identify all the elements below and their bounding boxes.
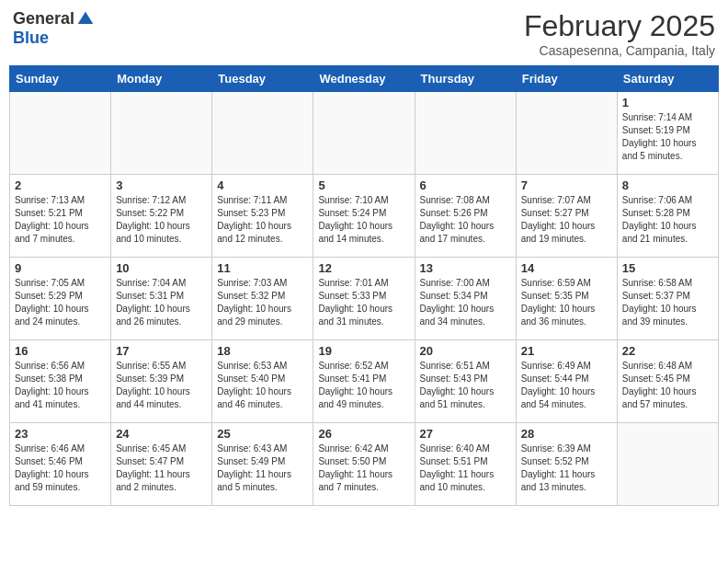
calendar-day-cell: 5Sunrise: 7:10 AM Sunset: 5:24 PM Daylig… bbox=[313, 175, 415, 258]
calendar-week-row: 16Sunrise: 6:56 AM Sunset: 5:38 PM Dayli… bbox=[10, 340, 719, 423]
svg-marker-0 bbox=[78, 11, 94, 23]
day-info: Sunrise: 6:39 AM Sunset: 5:52 PM Dayligh… bbox=[521, 442, 612, 494]
calendar-day-header: Thursday bbox=[415, 66, 516, 92]
calendar-day-cell: 10Sunrise: 7:04 AM Sunset: 5:31 PM Dayli… bbox=[111, 258, 212, 340]
day-info: Sunrise: 6:43 AM Sunset: 5:49 PM Dayligh… bbox=[217, 442, 308, 494]
day-info: Sunrise: 6:58 AM Sunset: 5:37 PM Dayligh… bbox=[622, 277, 713, 328]
day-number: 22 bbox=[622, 344, 713, 358]
calendar-day-cell: 3Sunrise: 7:12 AM Sunset: 5:22 PM Daylig… bbox=[111, 175, 212, 258]
day-info: Sunrise: 6:56 AM Sunset: 5:38 PM Dayligh… bbox=[15, 360, 106, 411]
calendar-day-cell: 21Sunrise: 6:49 AM Sunset: 5:44 PM Dayli… bbox=[516, 340, 617, 423]
day-info: Sunrise: 6:42 AM Sunset: 5:50 PM Dayligh… bbox=[318, 442, 409, 494]
day-number: 21 bbox=[521, 344, 612, 358]
calendar-day-cell: 13Sunrise: 7:00 AM Sunset: 5:34 PM Dayli… bbox=[415, 258, 516, 340]
calendar-day-header: Sunday bbox=[10, 66, 111, 92]
day-info: Sunrise: 6:48 AM Sunset: 5:45 PM Dayligh… bbox=[622, 360, 713, 411]
calendar-day-header: Tuesday bbox=[212, 66, 313, 92]
day-info: Sunrise: 6:52 AM Sunset: 5:41 PM Dayligh… bbox=[318, 360, 409, 411]
day-info: Sunrise: 7:10 AM Sunset: 5:24 PM Dayligh… bbox=[318, 194, 409, 246]
calendar-day-cell: 2Sunrise: 7:13 AM Sunset: 5:21 PM Daylig… bbox=[10, 175, 111, 258]
calendar-day-cell: 25Sunrise: 6:43 AM Sunset: 5:49 PM Dayli… bbox=[212, 423, 313, 506]
day-info: Sunrise: 7:00 AM Sunset: 5:34 PM Dayligh… bbox=[420, 277, 511, 328]
calendar-day-cell bbox=[617, 423, 718, 506]
day-info: Sunrise: 6:49 AM Sunset: 5:44 PM Dayligh… bbox=[521, 360, 612, 411]
logo: General Blue bbox=[13, 9, 95, 48]
day-info: Sunrise: 6:55 AM Sunset: 5:39 PM Dayligh… bbox=[116, 360, 207, 411]
day-number: 9 bbox=[15, 261, 106, 275]
logo-general-text: General bbox=[13, 9, 74, 29]
location-subtitle: Casapesenna, Campania, Italy bbox=[524, 43, 715, 58]
calendar-day-cell: 17Sunrise: 6:55 AM Sunset: 5:39 PM Dayli… bbox=[111, 340, 212, 423]
day-number: 20 bbox=[420, 344, 511, 358]
day-info: Sunrise: 7:03 AM Sunset: 5:32 PM Dayligh… bbox=[217, 277, 308, 328]
calendar-day-cell: 6Sunrise: 7:08 AM Sunset: 5:26 PM Daylig… bbox=[415, 175, 516, 258]
page-header: General Blue February 2025 Casapesenna, … bbox=[9, 9, 719, 58]
day-number: 5 bbox=[318, 178, 409, 192]
day-info: Sunrise: 7:04 AM Sunset: 5:31 PM Dayligh… bbox=[116, 277, 207, 328]
day-info: Sunrise: 6:40 AM Sunset: 5:51 PM Dayligh… bbox=[420, 442, 511, 494]
day-info: Sunrise: 6:59 AM Sunset: 5:35 PM Dayligh… bbox=[521, 277, 612, 328]
calendar-day-cell: 15Sunrise: 6:58 AM Sunset: 5:37 PM Dayli… bbox=[617, 258, 718, 340]
day-number: 24 bbox=[116, 427, 207, 441]
calendar-day-cell: 4Sunrise: 7:11 AM Sunset: 5:23 PM Daylig… bbox=[212, 175, 313, 258]
day-number: 4 bbox=[217, 178, 308, 192]
day-info: Sunrise: 7:14 AM Sunset: 5:19 PM Dayligh… bbox=[622, 111, 713, 163]
calendar-day-cell: 26Sunrise: 6:42 AM Sunset: 5:50 PM Dayli… bbox=[313, 423, 415, 506]
day-info: Sunrise: 6:45 AM Sunset: 5:47 PM Dayligh… bbox=[116, 442, 207, 494]
calendar-day-cell: 24Sunrise: 6:45 AM Sunset: 5:47 PM Dayli… bbox=[111, 423, 212, 506]
calendar-day-cell: 1Sunrise: 7:14 AM Sunset: 5:19 PM Daylig… bbox=[617, 92, 718, 175]
day-info: Sunrise: 6:53 AM Sunset: 5:40 PM Dayligh… bbox=[217, 360, 308, 411]
calendar-day-cell: 19Sunrise: 6:52 AM Sunset: 5:41 PM Dayli… bbox=[313, 340, 415, 423]
day-number: 14 bbox=[521, 261, 612, 275]
day-number: 19 bbox=[318, 344, 409, 358]
calendar-week-row: 1Sunrise: 7:14 AM Sunset: 5:19 PM Daylig… bbox=[10, 92, 719, 175]
day-number: 17 bbox=[116, 344, 207, 358]
calendar-day-cell: 18Sunrise: 6:53 AM Sunset: 5:40 PM Dayli… bbox=[212, 340, 313, 423]
day-number: 13 bbox=[420, 261, 511, 275]
day-info: Sunrise: 7:05 AM Sunset: 5:29 PM Dayligh… bbox=[15, 277, 106, 328]
day-number: 6 bbox=[420, 178, 511, 192]
calendar-day-cell: 23Sunrise: 6:46 AM Sunset: 5:46 PM Dayli… bbox=[10, 423, 111, 506]
logo-icon bbox=[76, 10, 95, 29]
calendar-header-row: SundayMondayTuesdayWednesdayThursdayFrid… bbox=[10, 66, 719, 92]
calendar-day-cell: 11Sunrise: 7:03 AM Sunset: 5:32 PM Dayli… bbox=[212, 258, 313, 340]
day-number: 27 bbox=[420, 427, 511, 441]
day-info: Sunrise: 7:06 AM Sunset: 5:28 PM Dayligh… bbox=[622, 194, 713, 246]
calendar-day-cell: 14Sunrise: 6:59 AM Sunset: 5:35 PM Dayli… bbox=[516, 258, 617, 340]
day-number: 12 bbox=[318, 261, 409, 275]
day-number: 10 bbox=[116, 261, 207, 275]
calendar-day-cell: 9Sunrise: 7:05 AM Sunset: 5:29 PM Daylig… bbox=[10, 258, 111, 340]
calendar-day-cell: 16Sunrise: 6:56 AM Sunset: 5:38 PM Dayli… bbox=[10, 340, 111, 423]
day-number: 28 bbox=[521, 427, 612, 441]
day-number: 7 bbox=[521, 178, 612, 192]
day-info: Sunrise: 6:46 AM Sunset: 5:46 PM Dayligh… bbox=[15, 442, 106, 494]
day-number: 26 bbox=[318, 427, 409, 441]
day-info: Sunrise: 7:08 AM Sunset: 5:26 PM Dayligh… bbox=[420, 194, 511, 246]
day-number: 11 bbox=[217, 261, 308, 275]
day-info: Sunrise: 6:51 AM Sunset: 5:43 PM Dayligh… bbox=[420, 360, 511, 411]
calendar-day-header: Friday bbox=[516, 66, 617, 92]
day-info: Sunrise: 7:01 AM Sunset: 5:33 PM Dayligh… bbox=[318, 277, 409, 328]
calendar-day-cell: 12Sunrise: 7:01 AM Sunset: 5:33 PM Dayli… bbox=[313, 258, 415, 340]
day-number: 23 bbox=[15, 427, 106, 441]
day-info: Sunrise: 7:07 AM Sunset: 5:27 PM Dayligh… bbox=[521, 194, 612, 246]
month-title: February 2025 bbox=[524, 9, 715, 43]
calendar-day-cell: 22Sunrise: 6:48 AM Sunset: 5:45 PM Dayli… bbox=[617, 340, 718, 423]
calendar-day-cell: 8Sunrise: 7:06 AM Sunset: 5:28 PM Daylig… bbox=[617, 175, 718, 258]
calendar-day-cell bbox=[313, 92, 415, 175]
day-number: 3 bbox=[116, 178, 207, 192]
calendar-day-header: Wednesday bbox=[313, 66, 415, 92]
day-number: 1 bbox=[622, 96, 713, 109]
day-number: 15 bbox=[622, 261, 713, 275]
calendar-table: SundayMondayTuesdayWednesdayThursdayFrid… bbox=[9, 65, 719, 506]
day-info: Sunrise: 7:13 AM Sunset: 5:21 PM Dayligh… bbox=[15, 194, 106, 246]
title-block: February 2025 Casapesenna, Campania, Ita… bbox=[524, 9, 715, 58]
calendar-day-header: Monday bbox=[111, 66, 212, 92]
calendar-day-cell: 27Sunrise: 6:40 AM Sunset: 5:51 PM Dayli… bbox=[415, 423, 516, 506]
calendar-day-header: Saturday bbox=[617, 66, 718, 92]
calendar-day-cell: 20Sunrise: 6:51 AM Sunset: 5:43 PM Dayli… bbox=[415, 340, 516, 423]
day-info: Sunrise: 7:11 AM Sunset: 5:23 PM Dayligh… bbox=[217, 194, 308, 246]
day-number: 18 bbox=[217, 344, 308, 358]
calendar-day-cell bbox=[212, 92, 313, 175]
calendar-week-row: 9Sunrise: 7:05 AM Sunset: 5:29 PM Daylig… bbox=[10, 258, 719, 340]
